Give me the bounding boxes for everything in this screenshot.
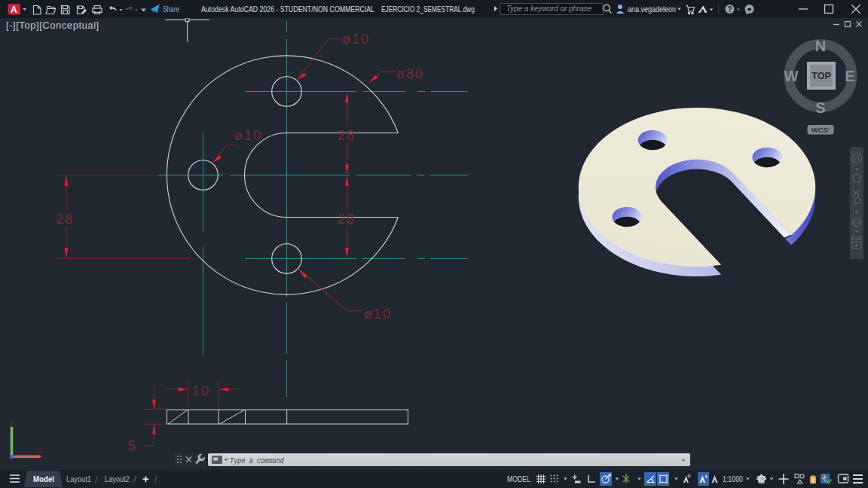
svg-text:Layout2: Layout2 — [105, 474, 130, 483]
svg-text:1:1000: 1:1000 — [723, 474, 743, 483]
svg-text:+: + — [142, 472, 149, 485]
svg-text:EJERCICIO 2_SEMESTRAL.dwg: EJERCICIO 2_SEMESTRAL.dwg — [381, 5, 475, 14]
svg-text:WCS: WCS — [811, 126, 828, 134]
svg-text:ø80: ø80 — [396, 66, 424, 81]
svg-text:Model: Model — [33, 474, 54, 483]
svg-text:N: N — [815, 38, 826, 54]
svg-text:?: ? — [728, 5, 732, 14]
svg-text:Autodesk AutoCAD 2026 - STUDEN: Autodesk AutoCAD 2026 - STUDENT/NON COMM… — [201, 5, 374, 14]
svg-text:ana.vegadeleon: ana.vegadeleon — [628, 5, 676, 14]
svg-text:ø10: ø10 — [342, 32, 370, 47]
svg-text:A: A — [11, 5, 17, 15]
svg-text:10: 10 — [192, 383, 210, 398]
svg-text:28: 28 — [56, 212, 74, 227]
svg-text:Share: Share — [163, 5, 179, 14]
svg-text:28: 28 — [338, 128, 356, 143]
svg-text:TOP: TOP — [811, 71, 830, 81]
svg-text:E: E — [845, 68, 854, 84]
svg-text:Type a keyword or phrase: Type a keyword or phrase — [506, 5, 591, 13]
svg-text:/: / — [154, 474, 157, 485]
svg-text:MODEL: MODEL — [507, 474, 530, 483]
svg-text:5: 5 — [128, 438, 137, 453]
svg-text:/: / — [95, 474, 98, 485]
svg-text:W: W — [784, 68, 799, 84]
svg-text:28: 28 — [338, 212, 356, 227]
svg-text:Type a command: Type a command — [230, 457, 284, 465]
svg-text:ø10: ø10 — [364, 307, 392, 322]
svg-text:/: / — [133, 474, 136, 485]
svg-text:ø10: ø10 — [234, 128, 262, 143]
svg-text:Layout1: Layout1 — [66, 474, 91, 483]
svg-text:S: S — [815, 99, 825, 116]
